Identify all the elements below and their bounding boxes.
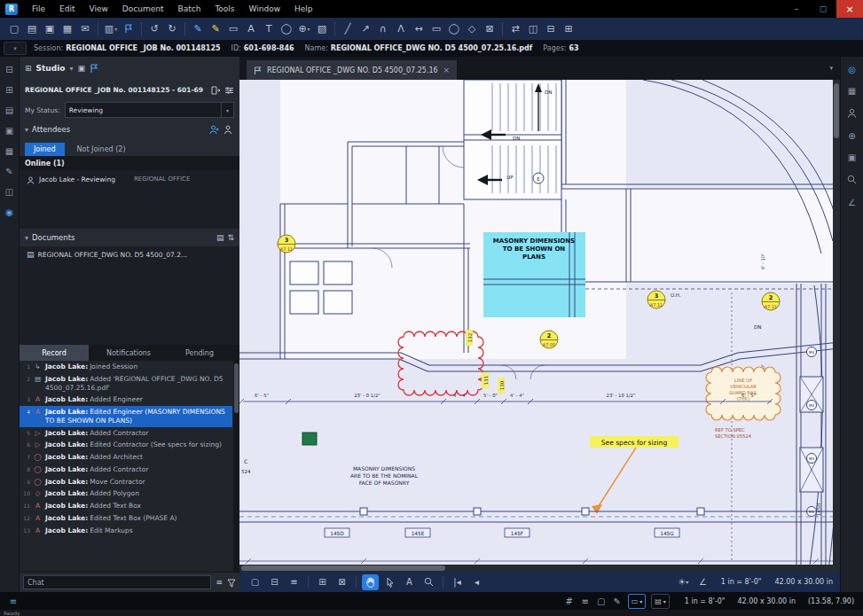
record-entry[interactable]: 7 ◯ Jacob Lake:Added Architect (20, 451, 232, 464)
undo-icon[interactable]: ↺ (145, 19, 163, 38)
minimize-button[interactable]: – (783, 0, 810, 18)
attendees-panel-icon[interactable] (847, 108, 857, 120)
arrow-tool-icon[interactable]: ↗ (357, 19, 374, 38)
studio-panel-icon[interactable]: ◉ (5, 208, 13, 217)
markups-list-icon[interactable]: ✎ (5, 168, 12, 176)
record-entry[interactable]: 11 A Jacob Lake:Added Text Box (20, 500, 232, 512)
tool-list-dropdown[interactable]: ▤▾ (651, 594, 670, 609)
split-view-icon[interactable]: ⊟ (542, 19, 560, 38)
record-entry-selected[interactable]: 4 A Jacob Lake:Edited Engineer (MASONRY … (20, 406, 232, 427)
polygon-markup[interactable] (302, 433, 317, 445)
compare-icon[interactable]: ◫ (524, 19, 542, 38)
menu-document[interactable]: Document (115, 0, 171, 18)
line-tool-icon[interactable]: ╱ (339, 19, 357, 38)
menu-view[interactable]: View (82, 0, 115, 18)
markup-mode-icon[interactable]: ✎ (609, 594, 625, 608)
spaces-icon[interactable]: ◫ (5, 188, 13, 197)
continuous-view-icon[interactable]: ≡ (286, 574, 302, 590)
record-entry[interactable]: 5 ▷ Jacob Lake:Added Contractor (20, 427, 232, 440)
text-box-tool-icon[interactable]: A (242, 19, 260, 38)
menu-batch[interactable]: Batch (171, 0, 208, 18)
select-cursor-icon[interactable] (381, 574, 398, 590)
session-flag-icon[interactable] (90, 60, 98, 77)
single-page-icon[interactable]: ▢ (247, 574, 263, 590)
pen-tool-icon[interactable]: ✎ (189, 19, 207, 38)
documents-collapse-icon[interactable]: ▾ (25, 234, 28, 242)
record-entry[interactable]: 12 A Jacob Lake:Edited Text Box (PHASE A… (20, 512, 232, 525)
split-grid-icon[interactable]: ⊠ (333, 574, 350, 590)
markup-list-toggle-icon[interactable]: ≡ (5, 594, 21, 608)
record-entry[interactable]: 13 A Jacob Lake:Edit Markups (20, 525, 232, 537)
sync-icon[interactable]: ⇄ (506, 19, 524, 38)
vertical-scrollbar[interactable] (833, 80, 840, 572)
sort-documents-icon[interactable]: ⇅ (227, 233, 234, 242)
record-entry[interactable]: 3 A Jacob Lake:Added Engineer (20, 394, 232, 406)
floor-plan[interactable]: E UP DN DN DN (239, 80, 840, 572)
detail-callout[interactable]: 3 A7.11 (647, 291, 665, 308)
typewriter-tool-icon[interactable]: T (260, 19, 278, 38)
session-menu-dropdown[interactable]: ▾ (4, 42, 27, 55)
tab-notifications[interactable]: Notifications (89, 345, 169, 361)
studio-board-icon[interactable]: ▣ (77, 64, 85, 73)
first-page-icon[interactable]: |◂ (449, 574, 466, 590)
redo-icon[interactable]: ↻ (163, 19, 181, 38)
menu-window[interactable]: Window (242, 0, 288, 18)
open-icon[interactable]: ▤ (23, 19, 41, 38)
tab-list-caret-icon[interactable]: ▾ (829, 65, 833, 72)
tab-joined[interactable]: Joined (25, 143, 65, 156)
detail-callout[interactable]: 2 A7.11 (762, 292, 780, 310)
record-entry[interactable]: 6 ▷ Jacob Lake:Edited Contractor (See sp… (20, 439, 232, 451)
save-icon[interactable]: ▣ (41, 19, 59, 38)
active-tool-dropdown[interactable]: ▭▾ (628, 594, 647, 609)
email-icon[interactable]: ✉ (76, 19, 94, 38)
invite-attendee-icon[interactable] (209, 121, 220, 138)
grid-snap-icon[interactable]: # (561, 594, 577, 608)
stamp-tool-icon[interactable]: ⊕▾ (295, 19, 313, 38)
tab-close-icon[interactable]: × (443, 66, 451, 74)
masonry-note-markup[interactable]: MASONRY DIMENSIONS TO BE SHOWN ON PLANS (483, 232, 585, 317)
search-icon[interactable] (847, 175, 857, 186)
maximize-button[interactable]: ▢ (810, 0, 836, 18)
menu-edit[interactable]: Edit (52, 0, 82, 18)
thumbnails-icon[interactable]: ⊞ (5, 86, 12, 95)
snapshot-tool-icon[interactable]: ⊠ (481, 19, 498, 38)
attendees-collapse-icon[interactable]: ▾ (25, 126, 28, 134)
image-tool-icon[interactable]: ▧ (313, 19, 331, 38)
add-document-icon[interactable]: ▤ (216, 233, 224, 242)
record-entry[interactable]: 10 ◇ Jacob Lake:Added Polygon (20, 487, 232, 500)
facing-pages-icon[interactable]: ⊟ (266, 574, 283, 590)
layers-panel-icon[interactable]: ▣ (848, 153, 856, 162)
chat-list-icon[interactable]: ≡ (216, 578, 223, 587)
panel-toggle-icon[interactable]: ⊟ (5, 66, 12, 74)
record-entry[interactable]: 8 ◯ Jacob Lake:Added Contractor (20, 464, 232, 476)
leave-session-icon[interactable] (211, 82, 221, 98)
page-setup-icon[interactable]: ▢ (593, 594, 609, 608)
menu-help[interactable]: Help (287, 0, 320, 18)
rectangle-tool-icon[interactable]: ▭ (428, 19, 445, 38)
select-text-icon[interactable]: A (401, 574, 418, 590)
menu-tools[interactable]: Tools (208, 0, 241, 18)
my-status-select[interactable]: Reviewing ▾ (65, 102, 234, 118)
tab-pending[interactable]: Pending (169, 345, 231, 361)
menu-file[interactable]: File (25, 0, 52, 18)
document-list-item[interactable]: ▤ REGIONAL OFFICE_DWG NO. D5 4500_07.2..… (20, 246, 239, 262)
horizontal-scrollbar[interactable] (239, 565, 833, 572)
attendee-settings-icon[interactable] (224, 121, 234, 138)
links-panel-icon[interactable]: ⊕ (848, 132, 855, 141)
polyline-tool-icon[interactable]: Λ (392, 19, 410, 38)
measure-panel-icon[interactable]: ∠ (848, 199, 856, 207)
attendee-row[interactable]: Jacob Lake - Reviewing REGIONAL OFFICE (20, 170, 239, 188)
close-button[interactable]: × (836, 0, 863, 18)
cloud-tool-icon[interactable]: ◯ (278, 19, 295, 38)
tool-chest-icon[interactable]: ▦ (848, 87, 856, 96)
record-entry[interactable]: 2 ▤ Jacob Lake:Added 'REGIONAL OFFICE _D… (20, 373, 232, 394)
studio-caret-icon[interactable]: ▾ (69, 65, 73, 73)
print-icon[interactable]: ▦ (59, 19, 76, 38)
detail-callout[interactable]: 2 A7.05 (540, 331, 558, 348)
compass-icon[interactable]: ∠ (694, 574, 711, 590)
flag-icon[interactable] (120, 19, 137, 38)
fullscreen-icon[interactable]: ⊞ (560, 19, 577, 38)
pan-tool-icon[interactable] (362, 574, 379, 590)
tab-record[interactable]: Record (20, 345, 89, 361)
arc-tool-icon[interactable]: ∩ (374, 19, 392, 38)
